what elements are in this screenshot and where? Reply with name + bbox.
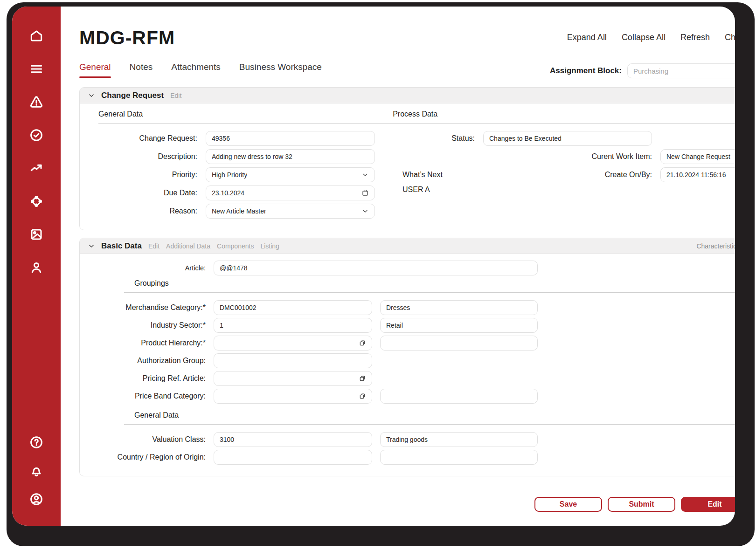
trending-up-icon[interactable]: [28, 160, 44, 176]
field-label: Industry Sector:*: [98, 321, 206, 330]
field-label: Priority:: [98, 171, 197, 179]
divider: [124, 292, 735, 293]
merchandise-category-input[interactable]: DMC001002: [214, 300, 372, 315]
country-of-origin-desc[interactable]: [380, 450, 538, 465]
country-of-origin-input[interactable]: [214, 450, 372, 465]
field-label: Status:: [402, 134, 475, 143]
field-value: 3100: [220, 436, 234, 443]
field-label: Country / Region of Origin:: [98, 453, 206, 461]
field-label: Curent Work Item:: [483, 152, 652, 161]
community-hub-icon[interactable]: [28, 193, 44, 209]
merchandise-category-desc[interactable]: Dresses: [380, 300, 538, 315]
product-hierarchy-input[interactable]: [214, 336, 372, 351]
tab-attachments[interactable]: Attachments: [171, 62, 221, 78]
edit-button[interactable]: Edit: [681, 497, 735, 512]
field-value: 21.10.2024 11:56:16: [666, 171, 726, 179]
image-icon[interactable]: [28, 227, 44, 242]
field-label: Price Band Category:: [98, 392, 206, 400]
collapse-chevron-icon[interactable]: [88, 243, 95, 249]
article-label: Article:: [98, 264, 206, 272]
due-date-input[interactable]: 23.10.2024: [206, 186, 375, 200]
assignment-block-label: Assignment Block:: [550, 66, 622, 76]
created-by-user: USER A: [402, 186, 475, 194]
submit-button[interactable]: Submit: [608, 497, 675, 512]
expand-all-button[interactable]: Expand All: [567, 33, 607, 42]
change-request-section: Change Request Edit General Data Process…: [79, 87, 735, 230]
alert-triangle-icon[interactable]: [28, 94, 44, 110]
field-value: 1: [220, 322, 223, 329]
created-on-field[interactable]: 21.10.2024 11:56:16: [660, 167, 735, 182]
field-value: Trading goods: [386, 436, 428, 443]
menu-icon[interactable]: [28, 61, 44, 77]
field-label: Change Request:: [98, 134, 197, 143]
basic-data-edit-link[interactable]: Edit: [148, 242, 160, 250]
assignment-block-select[interactable]: Purchasing: [627, 63, 735, 78]
field-value: Changes to Be Executed: [489, 135, 562, 142]
app-window: MDG-RFM Expand All Collapse All Refresh …: [12, 7, 735, 526]
divider: [124, 424, 735, 425]
product-hierarchy-desc[interactable]: [380, 336, 538, 351]
field-value: 49356: [212, 135, 230, 142]
general-data-subtitle: General Data: [98, 110, 143, 123]
status-field[interactable]: Changes to Be Executed: [483, 131, 652, 146]
field-label: Due Date:: [98, 189, 197, 197]
refresh-button[interactable]: Refresh: [680, 33, 710, 42]
price-band-category-input[interactable]: [214, 389, 372, 404]
whats-next-link[interactable]: What’s Next: [402, 171, 475, 179]
main-content: MDG-RFM Expand All Collapse All Refresh …: [61, 7, 735, 526]
authorization-group-input[interactable]: [214, 353, 372, 368]
change-request-edit-link[interactable]: Edit: [170, 92, 181, 99]
field-value: 23.10.2024: [212, 189, 244, 197]
toolbar: Expand All Collapse All Refresh Check: [567, 33, 735, 42]
field-label: Merchandise Category:*: [98, 303, 206, 312]
collapse-chevron-icon[interactable]: [88, 92, 95, 99]
field-value: Adding new dress to row 32: [212, 153, 292, 160]
field-value: Dresses: [386, 304, 410, 311]
groupings-subtitle: Groupings: [134, 279, 735, 292]
priority-select[interactable]: High Priority: [206, 167, 375, 182]
account-icon[interactable]: [28, 491, 44, 507]
field-label: Description:: [98, 152, 197, 161]
reason-select[interactable]: New Article Master: [206, 204, 375, 219]
divider: [98, 123, 735, 124]
general-data-subtitle: General Data: [134, 411, 735, 424]
industry-sector-desc[interactable]: Retail: [380, 318, 538, 333]
current-work-item-field[interactable]: New Change Request: [660, 149, 735, 164]
pricing-ref-article-input[interactable]: [214, 371, 372, 386]
sidebar: [12, 7, 61, 526]
value-help-copy-icon: [359, 375, 366, 382]
footer-actions: Save Submit Edit: [79, 497, 735, 512]
process-data-subtitle: Process Data: [393, 110, 437, 123]
check-circle-icon[interactable]: [28, 127, 44, 143]
tab-notes[interactable]: Notes: [130, 62, 153, 78]
home-icon[interactable]: [28, 28, 44, 44]
valuation-class-desc[interactable]: Trading goods: [380, 432, 538, 447]
save-button[interactable]: Save: [534, 497, 602, 512]
tab-business-workspace[interactable]: Business Workspace: [239, 62, 322, 78]
field-label: Authorization Group:: [98, 357, 206, 365]
person-icon[interactable]: [28, 260, 44, 275]
field-label: Product Hierarchy:*: [98, 339, 206, 347]
article-input[interactable]: @@1478: [214, 261, 538, 275]
characteristics-link[interactable]: Characteristics: [696, 242, 735, 250]
field-value: DMC001002: [220, 304, 257, 311]
field-label: Reason:: [98, 207, 197, 215]
description-input[interactable]: Adding new dress to row 32: [206, 149, 375, 164]
field-label: Valuation Class:: [98, 435, 206, 444]
change-request-header: Change Request Edit: [80, 88, 735, 103]
check-button[interactable]: Check: [725, 33, 735, 42]
components-link[interactable]: Components: [217, 242, 254, 250]
collapse-all-button[interactable]: Collapse All: [622, 33, 666, 42]
help-icon[interactable]: [28, 434, 44, 450]
field-label: Pricing Ref. Article:: [98, 374, 206, 383]
change-request-number-input[interactable]: 49356: [206, 131, 375, 146]
price-band-category-desc[interactable]: [380, 389, 538, 404]
additional-data-link[interactable]: Additional Data: [166, 242, 210, 250]
industry-sector-input[interactable]: 1: [214, 318, 372, 333]
valuation-class-input[interactable]: 3100: [214, 432, 372, 447]
listing-link[interactable]: Listing: [260, 242, 279, 250]
tab-general[interactable]: General: [79, 62, 111, 78]
field-value: New Change Request: [666, 153, 730, 160]
chevron-down-icon: [361, 207, 369, 215]
bell-icon[interactable]: [28, 463, 44, 479]
